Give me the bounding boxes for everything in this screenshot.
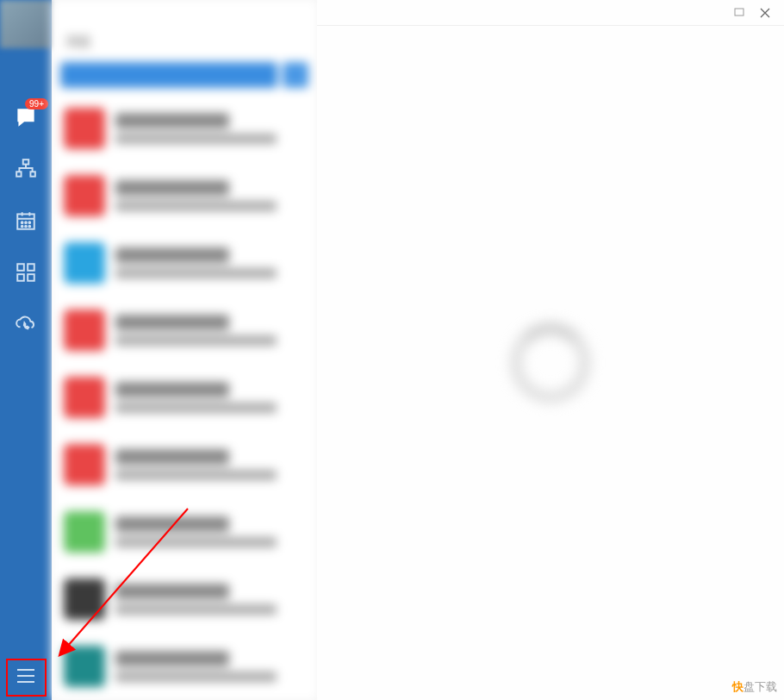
conversation-info — [115, 315, 305, 346]
conversation-item[interactable] — [52, 431, 317, 498]
watermark-brand: 快 — [732, 680, 744, 693]
svg-rect-0 — [23, 159, 29, 164]
nav-calendar[interactable] — [14, 209, 38, 233]
content-body — [317, 26, 784, 700]
conversation-preview — [115, 335, 277, 346]
conversation-name — [115, 382, 229, 397]
conversation-list — [52, 95, 317, 700]
conversation-name — [115, 315, 229, 330]
nav-cloud-call[interactable] — [14, 312, 38, 336]
loading-spinner — [512, 324, 589, 402]
menu-button[interactable] — [6, 657, 46, 695]
svg-point-8 — [25, 226, 27, 228]
conversation-avatar — [64, 578, 105, 620]
conversation-info — [115, 180, 305, 211]
conversation-info — [115, 247, 305, 278]
content-panel — [317, 0, 784, 700]
conversation-avatar — [64, 646, 105, 687]
conversation-info — [115, 382, 305, 413]
conversation-item[interactable] — [52, 364, 317, 431]
nav-contacts[interactable] — [14, 157, 38, 181]
close-button[interactable] — [758, 6, 772, 20]
conversation-preview — [115, 672, 277, 682]
list-title: 消息 — [65, 34, 91, 50]
conversation-info — [115, 449, 305, 480]
conversation-item[interactable] — [52, 229, 317, 297]
conversation-avatar — [64, 511, 105, 553]
watermark-suffix: 盘下载 — [744, 680, 777, 693]
list-header: 消息 — [52, 21, 317, 62]
conversation-avatar — [64, 377, 105, 418]
svg-point-6 — [28, 222, 30, 223]
conversation-info — [115, 584, 305, 615]
conversation-avatar — [64, 444, 105, 485]
window-titlebar — [317, 0, 784, 26]
svg-rect-2 — [30, 172, 34, 176]
svg-point-9 — [28, 226, 30, 228]
conversation-name — [115, 584, 229, 599]
conversation-item[interactable] — [52, 498, 317, 566]
conversation-item[interactable] — [52, 297, 317, 364]
calendar-icon — [15, 209, 37, 232]
conversation-preview — [115, 134, 277, 144]
minimize-icon — [734, 8, 744, 18]
conversation-avatar — [64, 309, 105, 351]
svg-rect-13 — [28, 274, 34, 281]
user-avatar[interactable] — [0, 0, 52, 48]
conversation-preview — [115, 537, 277, 547]
org-icon — [15, 158, 37, 180]
svg-point-4 — [22, 222, 23, 223]
watermark: 快盘下载 — [732, 679, 777, 695]
nav-chat[interactable]: 99+ — [14, 105, 38, 129]
conversation-name — [115, 113, 229, 128]
svg-point-7 — [22, 226, 23, 228]
search-input[interactable] — [60, 62, 277, 88]
conversation-preview — [115, 604, 277, 615]
svg-rect-17 — [735, 9, 744, 16]
apps-icon — [15, 261, 37, 284]
conversation-name — [115, 247, 229, 263]
conversation-item[interactable] — [52, 633, 317, 700]
conversation-avatar — [64, 242, 105, 284]
svg-rect-1 — [16, 172, 21, 176]
conversation-list-panel: 消息 — [52, 0, 317, 700]
conversation-name — [115, 651, 229, 666]
svg-rect-11 — [28, 264, 34, 271]
chat-badge: 99+ — [25, 98, 48, 109]
conversation-avatar — [64, 175, 105, 216]
conversation-name — [115, 449, 229, 465]
conversation-preview — [115, 403, 277, 413]
svg-rect-12 — [17, 274, 24, 281]
search-row — [60, 62, 308, 88]
cloud-call-icon — [15, 313, 37, 335]
nav-apps[interactable] — [14, 260, 38, 284]
conversation-info — [115, 516, 305, 547]
conversation-item[interactable] — [52, 566, 317, 633]
conversation-preview — [115, 201, 277, 211]
conversation-info — [115, 113, 305, 144]
svg-point-5 — [25, 222, 27, 223]
sidebar: 99+ — [0, 0, 52, 700]
hamburger-icon — [16, 667, 36, 684]
close-icon — [760, 8, 770, 18]
conversation-info — [115, 651, 305, 682]
svg-rect-10 — [17, 264, 24, 271]
conversation-name — [115, 516, 229, 532]
conversation-preview — [115, 470, 277, 480]
conversation-item[interactable] — [52, 162, 317, 229]
conversation-avatar — [64, 108, 105, 149]
conversation-name — [115, 180, 229, 196]
conversation-preview — [115, 268, 277, 278]
search-plus-button[interactable] — [283, 62, 308, 88]
minimize-button[interactable] — [732, 6, 746, 20]
conversation-item[interactable] — [52, 95, 317, 162]
